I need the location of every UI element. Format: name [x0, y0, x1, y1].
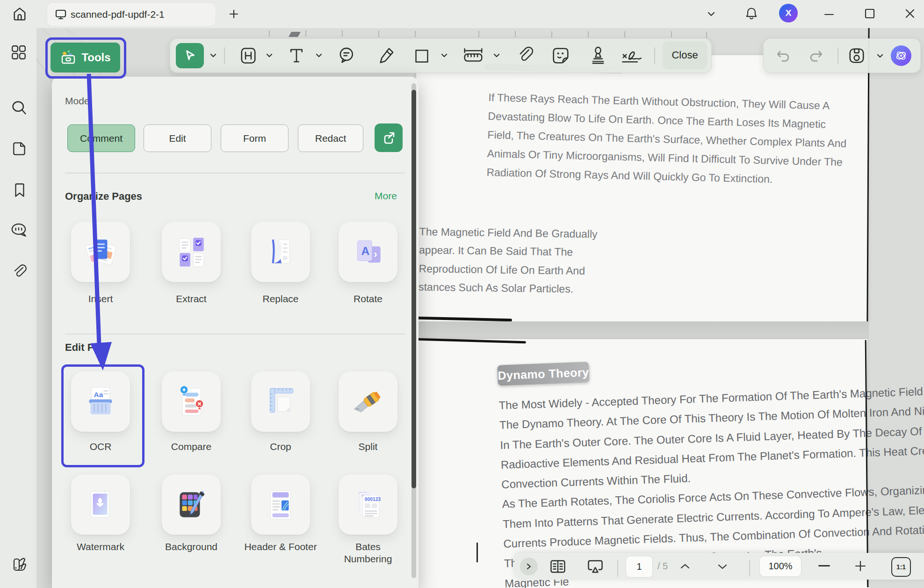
redo-button[interactable]	[808, 48, 824, 63]
organize-more-link[interactable]: More	[375, 190, 397, 202]
tile-crop[interactable]	[251, 371, 310, 432]
expand-bar-button[interactable]	[520, 558, 538, 575]
close-toolbar-button[interactable]: Close	[663, 41, 707, 69]
text-dropdown[interactable]	[315, 52, 323, 59]
zoom-out-button[interactable]	[818, 565, 830, 566]
stamp-tool-button[interactable]	[590, 45, 606, 66]
shape-tool-button[interactable]	[414, 48, 430, 64]
sidebar-item-bookmarks[interactable]	[12, 182, 28, 199]
sidebar-item-comments[interactable]	[9, 222, 29, 239]
replace-icon	[263, 235, 298, 269]
tile-watermark[interactable]	[71, 474, 130, 535]
maximize-button[interactable]	[863, 7, 876, 20]
crop-icon	[263, 385, 298, 419]
attachment-tool-button[interactable]	[517, 46, 534, 65]
close-window-button[interactable]	[903, 7, 917, 20]
measure-dropdown[interactable]	[492, 52, 501, 59]
select-tool-button[interactable]	[176, 43, 204, 68]
home-button[interactable]	[11, 6, 28, 22]
save-dropdown[interactable]	[876, 53, 884, 59]
redo-icon	[808, 48, 824, 63]
ruler-icon	[462, 46, 484, 65]
tile-split[interactable]	[339, 371, 397, 432]
home-icon	[11, 6, 28, 22]
tile-bates-numbering[interactable]: 000123	[339, 474, 397, 535]
tools-button[interactable]: Tools	[51, 43, 120, 73]
page1-paragraph: If These Rays Reach The Earth Without Ob…	[486, 88, 848, 190]
sidebar-item-pages[interactable]	[11, 140, 28, 157]
tabs-dropdown-button[interactable]	[706, 10, 716, 18]
pencil-tool-button[interactable]	[377, 46, 395, 65]
mode-button-form[interactable]: Form	[221, 124, 289, 152]
extract-icon	[174, 235, 209, 269]
tile-label: Split	[331, 441, 405, 453]
paperclip-icon	[10, 263, 29, 280]
sidebar-item-search[interactable]	[10, 99, 28, 117]
chevron-down-icon	[716, 562, 729, 571]
tile-label: Compare	[154, 441, 229, 453]
mode-button-edit[interactable]: Edit	[144, 124, 211, 152]
mode-button-redact[interactable]: Redact	[298, 124, 363, 152]
actual-size-button[interactable]: 1:1	[891, 557, 911, 577]
panel-scrollbar-thumb[interactable]	[411, 90, 416, 488]
new-tab-button[interactable]	[228, 8, 239, 20]
open-in-new-window-button[interactable]	[375, 123, 403, 152]
tile-label: Header & Footer	[243, 541, 318, 553]
square-shape-icon	[414, 48, 430, 64]
tile-replace[interactable]	[251, 222, 310, 282]
attachment-paperclip-icon	[517, 46, 534, 65]
actual-size-label: 1:1	[896, 563, 906, 571]
page1-scan-edge-bottom	[416, 317, 512, 322]
previous-page-button[interactable]	[679, 562, 691, 571]
notifications-button[interactable]	[744, 6, 758, 21]
split-icon	[351, 385, 385, 419]
undo-button[interactable]	[775, 48, 791, 63]
tile-header-footer[interactable]	[251, 474, 310, 535]
statusbar-divider	[749, 560, 750, 577]
comment-tool-button[interactable]	[338, 46, 356, 65]
document-line: appear. It Can Be Said That The	[419, 241, 597, 262]
ai-assistant-button[interactable]	[891, 45, 911, 66]
sidebar-item-appearance[interactable]	[10, 556, 28, 573]
page2-heading-box: Dynamo Theory	[497, 362, 590, 385]
highlight-tool-button[interactable]	[239, 47, 257, 65]
sidebar-item-attachments[interactable]	[10, 263, 29, 280]
signature-tool-button[interactable]	[621, 48, 647, 65]
slideshow-icon	[586, 558, 604, 575]
zoom-level-box[interactable]: 100%	[759, 556, 801, 577]
next-page-button[interactable]	[716, 562, 729, 571]
comment-bubble-icon	[338, 46, 356, 65]
ai-assistant-icon	[895, 49, 908, 62]
external-link-icon	[382, 131, 396, 145]
slideshow-button[interactable]	[586, 558, 604, 575]
tile-compare[interactable]	[162, 371, 221, 432]
account-avatar[interactable]: X	[779, 4, 798, 22]
avatar-initial: X	[786, 8, 792, 18]
select-tool-dropdown[interactable]	[209, 52, 217, 59]
tile-label: Bates Numbering	[331, 541, 405, 565]
page-view-mode-button[interactable]	[549, 558, 567, 575]
tile-label: Rotate	[331, 293, 405, 305]
sticker-tool-button[interactable]	[551, 46, 570, 65]
plus-icon	[854, 559, 867, 573]
tile-extract[interactable]	[162, 222, 221, 282]
measure-tool-button[interactable]	[462, 46, 484, 65]
background-icon	[174, 487, 209, 522]
sidebar-item-apps[interactable]	[10, 44, 27, 61]
tile-rotate[interactable]: A ›	[339, 222, 397, 282]
highlight-dropdown[interactable]	[265, 52, 274, 59]
page-navigation-bar: / 5 100% 1:1	[514, 553, 924, 580]
page1-fragment-block: The Magnetic Field And Be Gradually appe…	[419, 223, 598, 299]
signature-icon	[621, 48, 647, 65]
page-number-input[interactable]	[626, 556, 653, 578]
text-tool-button[interactable]	[288, 46, 305, 65]
tile-label: Background	[154, 541, 229, 553]
page2-scan-edge-left	[476, 543, 478, 562]
minimize-button[interactable]	[823, 9, 835, 20]
zoom-in-button[interactable]	[854, 559, 867, 573]
history-save-toolbar	[763, 38, 921, 73]
tile-background[interactable]	[162, 474, 221, 535]
save-button[interactable]	[848, 47, 866, 65]
shape-dropdown[interactable]	[440, 52, 448, 59]
document-tab[interactable]: scanned-pdf-updf-2-1	[47, 2, 216, 27]
